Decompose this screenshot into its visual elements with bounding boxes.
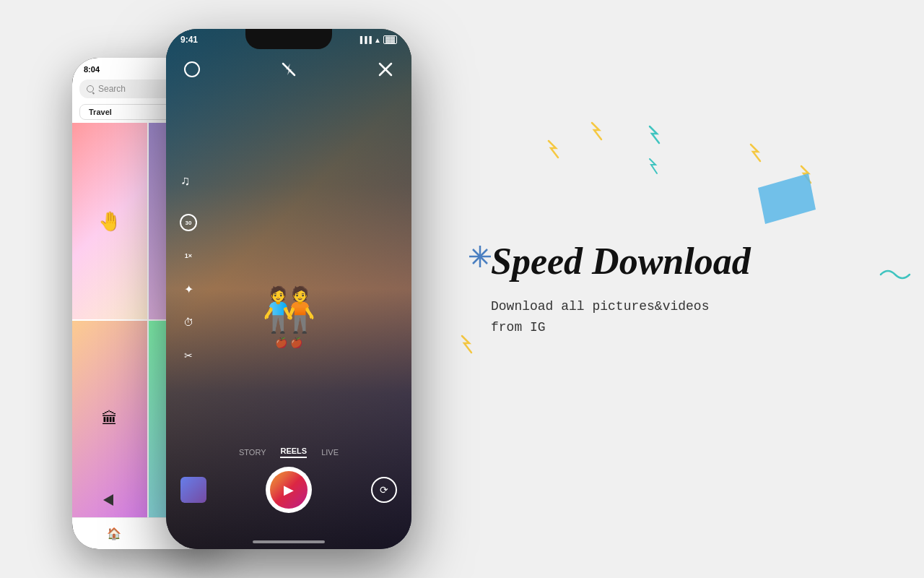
flip-camera-button[interactable]: ⟳	[371, 477, 397, 503]
flash-off-icon	[282, 62, 296, 77]
close-button[interactable]	[374, 58, 397, 81]
camera-top-controls	[166, 58, 411, 81]
subtitle: Download all pictures&videos from IG	[491, 296, 866, 338]
front-phone-time: 9:41	[180, 35, 198, 45]
camera-mode-tabs: STORY REELS LIVE	[239, 447, 339, 458]
signal-icon: ▐▐▐	[358, 36, 372, 43]
gallery-thumbnail[interactable]	[180, 477, 206, 503]
front-status-icons: ▐▐▐ ▲ ▓▓	[358, 35, 397, 44]
close-icon	[378, 61, 393, 77]
speed-button[interactable]: 1×	[178, 245, 199, 267]
subtitle-line1: Download all pictures&videos	[491, 299, 709, 314]
battery-icon: ▓▓	[383, 35, 397, 44]
main-title: Speed Download	[491, 241, 866, 282]
wifi-icon: ▲	[374, 36, 381, 44]
camera-bottom-controls: STORY REELS LIVE ▶ ⟳	[166, 447, 411, 513]
story-tab[interactable]: STORY	[239, 448, 266, 457]
scissors-button[interactable]: ✂	[178, 345, 199, 366]
main-scene: 8:04 📷 Search Travel ⊞ 🏠	[0, 0, 924, 578]
flip-icon: ⟳	[380, 484, 388, 496]
subtitle-line2: from IG	[491, 320, 546, 335]
text-section: Speed Download Download all pictures&vid…	[448, 241, 866, 338]
phone-front-inner: 9:41 ▐▐▐ ▲ ▓▓ 🧑‍🤝‍🧑 🍎 🍎	[166, 29, 411, 549]
exposure-icon	[184, 61, 200, 77]
reel-icon: ▶	[284, 482, 294, 498]
people-photo: 🧑‍🤝‍🧑 🍎 🍎	[166, 173, 411, 462]
photo-architecture	[72, 321, 147, 517]
shutter-button[interactable]: ▶	[266, 467, 312, 513]
align-button[interactable]: ⏱	[178, 311, 199, 333]
reels-tab[interactable]: REELS	[280, 447, 307, 458]
home-icon[interactable]: 🏠	[107, 527, 121, 540]
exposure-button[interactable]	[180, 58, 204, 81]
shutter-inner-icon: ▶	[270, 471, 308, 509]
timer-30-button[interactable]: 30	[178, 212, 199, 233]
phone-front: 9:41 ▐▐▐ ▲ ▓▓ 🧑‍🤝‍🧑 🍎 🍎	[166, 29, 411, 549]
front-status-bar: 9:41 ▐▐▐ ▲ ▓▓	[166, 29, 411, 45]
search-placeholder: Search	[98, 84, 126, 94]
home-indicator	[253, 540, 325, 543]
photo-colorful-hand	[72, 123, 147, 319]
svg-marker-0	[758, 173, 816, 224]
effects-button[interactable]: ✦	[178, 278, 199, 300]
speed-label: 1×	[185, 252, 192, 259]
svg-line-5	[283, 64, 295, 75]
timer-label: 30	[186, 220, 192, 226]
shutter-row: ▶ ⟳	[166, 467, 411, 513]
phones-section: 8:04 📷 Search Travel ⊞ 🏠	[58, 29, 448, 549]
flash-button[interactable]	[277, 58, 300, 81]
search-icon	[87, 85, 94, 92]
back-phone-time: 8:04	[84, 65, 100, 74]
live-tab[interactable]: LIVE	[321, 448, 339, 457]
music-note: ♫	[180, 173, 191, 189]
camera-side-controls: 30 1× ✦ ⏱ ✂	[178, 212, 199, 366]
